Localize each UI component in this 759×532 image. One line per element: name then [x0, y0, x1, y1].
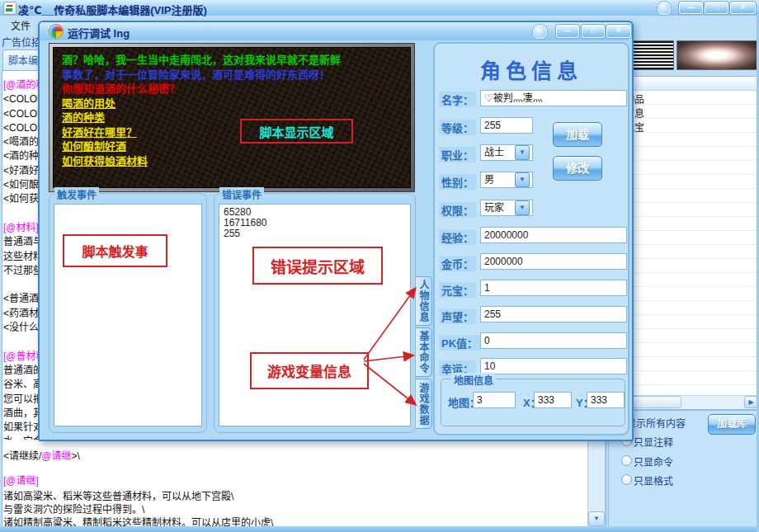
minimize-button[interactable]: — — [679, 2, 703, 14]
exp-field[interactable]: 20000000 — [480, 227, 627, 243]
gold-field[interactable]: 2000000 — [480, 253, 627, 270]
radio-format-only[interactable] — [621, 474, 632, 485]
scroll-down-button[interactable]: ▼ — [588, 511, 605, 526]
load-button[interactable]: 加载 — [553, 122, 602, 147]
x-field[interactable]: 333 — [534, 392, 572, 408]
menu-file[interactable]: 文件 — [11, 18, 31, 32]
npc-line: 酒？哈哈，我一生当中走南闯北，这对我来说早就不是新鲜 — [62, 53, 341, 68]
name-field[interactable]: ♡被判灬凄灬 — [480, 90, 627, 106]
close-button[interactable]: ✕ — [730, 2, 756, 14]
npc-dialog-text: 酒？哈哈，我一生当中走南闯北，这对我来说早就不是新鲜 事数了，对于一位冒险家来说… — [62, 53, 341, 168]
debug-dialog: 运行调试 Ing — □ ✕ 酒？哈哈，我一生当中走南闯北，这对我来说早就不是新… — [38, 21, 634, 441]
editor-line: <COLOR= — [3, 107, 40, 121]
dialog-close-button[interactable]: ✕ — [606, 25, 631, 38]
maximize-button[interactable]: □ — [705, 2, 728, 14]
text-segment: <请继续/ — [3, 450, 41, 462]
maximize-icon: □ — [714, 3, 719, 12]
tab-game-data[interactable]: 游戏数据 — [416, 379, 432, 429]
editor-line: 不过那些 — [3, 264, 40, 278]
editor-line: 您可以把 — [3, 393, 40, 407]
exp-label: 经验： — [439, 229, 476, 245]
gender-dropdown-button[interactable]: ▼ — [515, 172, 530, 187]
editor-line: 这些材料 — [3, 250, 40, 264]
dialog-minimize-button[interactable]: — — [556, 25, 579, 38]
striped-thumbnail[interactable] — [629, 40, 674, 70]
maximize-icon: □ — [591, 26, 595, 35]
pin-icon[interactable] — [658, 2, 671, 15]
dialog-titlebar: 运行调试 Ing — □ ✕ — [40, 22, 629, 40]
editor-bottom-line: <请继续/@请继>\ — [3, 448, 80, 462]
error-events-group: 错误事件 65280 16711680 255 错误提示区域 游戏变量信息 — [214, 193, 416, 433]
minimize-icon: — — [564, 26, 572, 35]
npc-link[interactable]: 如何获得娘酒材料 — [62, 154, 341, 169]
annotation-trigger: 脚本触发事 — [63, 234, 167, 267]
chevron-down-icon: ▼ — [519, 204, 526, 211]
radio-commands-only[interactable] — [621, 455, 632, 466]
dialog-title: 运行调试 Ing — [68, 25, 381, 40]
editor-line: <COLOR= — [3, 92, 40, 106]
load-library-button[interactable]: 加载库 — [708, 414, 756, 435]
chevron-down-icon: ▼ — [519, 148, 526, 156]
editor-line: [@材料] — [3, 221, 40, 235]
annotation-script-display: 脚本显示区域 — [240, 119, 353, 144]
job-dropdown-button[interactable]: ▼ — [515, 145, 530, 160]
annotation-error: 错误提示区域 — [252, 247, 383, 285]
editor-line: 水，它会 — [3, 435, 40, 440]
close-icon: ✕ — [740, 3, 747, 12]
dialog-maximize-button[interactable]: □ — [582, 25, 605, 38]
editor-bottom-line: 与雷炎洞穴的探险过程中得到。\ — [3, 501, 144, 516]
pk-field[interactable]: 0 — [480, 332, 627, 349]
luck-field[interactable]: 10 — [480, 358, 627, 374]
editor-line: 如果针对 — [3, 421, 40, 435]
editor-line: <酒的种 — [3, 149, 40, 163]
editor-line: 普通酒与 — [3, 235, 40, 249]
option-label-commands[interactable]: 只显命令 — [634, 454, 673, 468]
yuanbao-field[interactable]: 1 — [480, 280, 627, 296]
editor-line: [@酒的秘 — [3, 78, 40, 92]
error-events-label: 错误事件 — [219, 187, 264, 201]
ad-link[interactable]: 广告位招 — [2, 35, 41, 49]
level-field[interactable]: 255 — [480, 117, 533, 134]
editor-line: <如何获 — [3, 192, 40, 206]
chevron-down-icon: ▼ — [519, 176, 526, 183]
trigger-events-group: 触发事件 脚本触发事 — [49, 193, 207, 433]
modify-button[interactable]: 修改 — [553, 156, 602, 181]
yuanbao-label: 元宝： — [439, 282, 476, 298]
option-label-comments[interactable]: 只显注释 — [634, 435, 673, 449]
option-label-show-all[interactable]: 显示所有内容 — [626, 416, 686, 430]
npc-link[interactable]: 喝酒的用处 — [62, 97, 341, 111]
gender-label: 性别： — [439, 174, 476, 190]
error-value: 255 — [224, 228, 267, 239]
editor-line: <普通酒 — [3, 292, 40, 306]
list-header[interactable]: 释 — [620, 77, 757, 91]
editor-line: 酒曲，其 — [3, 407, 40, 421]
command-list[interactable]: 释 制物品 经信息 经元宝 ▶ — [619, 76, 758, 410]
y-field[interactable]: 333 — [587, 392, 625, 408]
annotation-variables: 游戏变量信息 — [250, 352, 369, 389]
editor-bottom-line: 诸如高粱米、稻米等这些普通材料，可以从地下宫殿\ — [3, 488, 233, 502]
orb-thumbnail[interactable] — [676, 40, 757, 70]
editor-bottom-line: [@请继] — [3, 473, 39, 487]
privilege-dropdown-button[interactable]: ▼ — [515, 200, 530, 215]
editor-left-lines: [@酒的秘 <COLOR= <COLOR= <COLOR= <喝酒的 <酒的种 … — [3, 78, 40, 440]
app-icon — [3, 2, 16, 15]
map-field[interactable]: 3 — [473, 392, 516, 408]
dialog-pin-icon[interactable] — [533, 25, 547, 39]
scroll-down-icon: ▼ — [593, 515, 600, 522]
script-display-frame: 酒？哈哈，我一生当中走南闯北，这对我来说早就不是新鲜 事数了，对于一位冒险家来说… — [49, 43, 415, 192]
tab-character-info[interactable]: 人物信息 — [416, 276, 432, 326]
editor-line: 谷米、高 — [3, 378, 40, 392]
tab-basic-commands[interactable]: 基本命令 — [416, 327, 432, 377]
editor-line: <喝酒的 — [3, 135, 40, 149]
trigger-events-label: 触发事件 — [54, 187, 99, 201]
pk-label: PK值： — [439, 335, 480, 351]
map-group-label: 地图信息 — [451, 373, 496, 387]
editor-line — [3, 207, 40, 221]
main-titlebar: 凌℃__传奇私服脚本编辑器(VIP注册版) — □ ✕ — [0, 0, 759, 16]
fame-field[interactable]: 255 — [480, 306, 627, 322]
editor-line: <如何酿 — [3, 178, 40, 192]
option-label-format[interactable]: 只显格式 — [634, 473, 673, 487]
editor-line: 普通酒的 — [3, 364, 40, 378]
char-panel-title: 角色信息 — [435, 54, 628, 84]
editor-line — [3, 335, 40, 349]
